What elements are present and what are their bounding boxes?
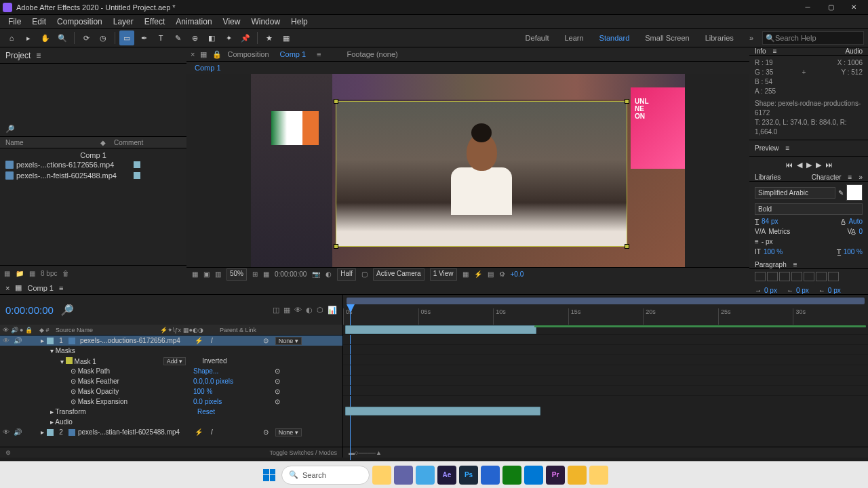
project-folder-icon[interactable]: 📁 (16, 270, 24, 277)
camera-dropdown[interactable]: Active Camera (373, 268, 425, 281)
zoom-dropdown[interactable]: 50% (226, 268, 247, 281)
workspace-default[interactable]: Default (519, 34, 556, 42)
draft3d-icon[interactable]: ▦ (283, 306, 290, 314)
flowchart-icon[interactable]: ⚙ (499, 270, 505, 278)
menu-file[interactable]: File (3, 16, 26, 28)
next-frame-icon[interactable]: ▶ (816, 161, 821, 169)
menu-composition[interactable]: Composition (52, 16, 108, 28)
timeline-timecode[interactable]: 0:00:00:00 (5, 304, 54, 316)
align-right-icon[interactable] (779, 272, 790, 281)
fill-toggle[interactable]: ★ (262, 30, 277, 45)
timeline-row[interactable]: 👁🔊▸2pexels-...stian-feistl-6025488.mp4⚡/… (0, 427, 342, 437)
puppet-tool[interactable]: 📌 (238, 30, 253, 45)
timeline-search[interactable]: 🔎 (60, 304, 74, 317)
taskbar-app-ae[interactable]: Ae (437, 466, 456, 485)
justify-all-icon[interactable] (828, 272, 839, 281)
play-icon[interactable]: ▶ (806, 161, 812, 169)
taskbar-app-chrome[interactable] (568, 466, 587, 485)
layer-bar[interactable] (345, 325, 536, 334)
comp-menu-icon[interactable]: ≡ (317, 50, 321, 58)
taskbar-app-todo[interactable] (481, 466, 500, 485)
fill-color-swatch[interactable] (846, 184, 863, 201)
trash-icon[interactable]: 🗑 (62, 270, 69, 277)
pixel-icon[interactable]: ▦ (462, 270, 469, 278)
justify-center-icon[interactable] (804, 272, 814, 281)
clone-tool[interactable]: ⊕ (187, 30, 202, 45)
viewer-timecode[interactable]: 0:00:00:00 (275, 270, 307, 278)
menu-animation[interactable]: Animation (170, 16, 217, 28)
shy-icon[interactable]: 👁 (294, 306, 302, 314)
taskbar-app-pr[interactable]: Pr (546, 466, 565, 485)
prev-frame-icon[interactable]: ◀ (797, 161, 802, 169)
comp-tab-active[interactable]: Comp 1 (275, 48, 312, 60)
info-tab[interactable]: Info (755, 47, 766, 55)
comp-lock-icon[interactable]: 🔒 (212, 50, 222, 59)
taskbar-app-xbox[interactable] (502, 466, 521, 485)
rotate-tool[interactable]: ◷ (96, 30, 111, 45)
taskbar-app-teams[interactable] (394, 466, 413, 485)
rectangle-tool[interactable]: ▭ (119, 30, 134, 45)
exposure-value[interactable]: +0.0 (511, 270, 524, 278)
timeline-row[interactable]: ▾ Masks (0, 346, 342, 356)
toggle-switches[interactable]: Toggle Switches / Modes (269, 449, 337, 456)
project-tab[interactable]: Project (5, 51, 31, 60)
snapshot-icon[interactable]: 📷 (312, 270, 320, 278)
col-label-icon[interactable]: ◆ (100, 139, 114, 146)
timeline-row[interactable]: ▾ Mask 1Add ▾Inverted (0, 356, 342, 366)
help-search[interactable]: 🔍 Search Help (762, 31, 864, 45)
workspace-small[interactable]: Small Screen (638, 34, 696, 42)
orbit-tool[interactable]: ⟳ (79, 30, 94, 45)
taskbar-app-explorer[interactable] (372, 466, 391, 485)
project-bpc[interactable]: 8 bpc (41, 270, 57, 277)
font-style-dropdown[interactable]: Bold (755, 203, 863, 215)
project-comp-icon[interactable]: ▦ (29, 270, 35, 277)
menu-view[interactable]: View (218, 16, 246, 28)
taskbar-search[interactable]: 🔍 Search (281, 466, 370, 485)
hand-tool[interactable]: ✋ (38, 30, 53, 45)
mask-handle[interactable] (334, 244, 338, 249)
project-item[interactable]: pexels-...n-feistl-6025488.mp4 (0, 170, 186, 181)
mask-boundary[interactable] (336, 101, 627, 247)
menu-effect[interactable]: Effect (139, 16, 170, 28)
roi-icon[interactable]: ▢ (361, 270, 368, 278)
workspace-learn[interactable]: Learn (557, 34, 590, 42)
composition-viewer[interactable]: UNLNEON (186, 74, 749, 267)
character-tab[interactable]: Character (812, 174, 842, 181)
timeline-row[interactable]: ⊙ Mask Expansion0.0 pixels⊙ (0, 396, 342, 407)
project-item[interactable]: Comp 1 (0, 148, 186, 159)
render-queue-icon[interactable]: × (5, 284, 9, 292)
home-icon[interactable]: ⌂ (4, 30, 19, 45)
footage-tab[interactable]: Footage (none) (347, 50, 398, 58)
paragraph-tab[interactable]: Paragraph (755, 261, 787, 268)
tl-filter-icon[interactable]: ⚙ (5, 449, 11, 456)
graph-editor-icon[interactable]: 📊 (328, 306, 337, 314)
motion-blur-icon[interactable]: ⬡ (317, 306, 323, 314)
work-area-bar[interactable] (347, 298, 865, 304)
last-frame-icon[interactable]: ⏭ (825, 161, 833, 169)
timeline-row[interactable]: ▸ TransformReset (0, 407, 342, 417)
preview-tab[interactable]: Preview (755, 144, 779, 152)
align-left-icon[interactable] (755, 272, 766, 281)
taskbar-app-folder[interactable] (589, 466, 608, 485)
menu-window[interactable]: Window (245, 16, 285, 28)
menu-edit[interactable]: Edit (26, 16, 52, 28)
taskbar-app-edge[interactable] (524, 466, 543, 485)
timeline-row[interactable]: ⊙ Mask PathShape...⊙ (0, 366, 342, 376)
libraries-tab[interactable]: Libraries (755, 174, 781, 181)
mask-handle[interactable] (625, 99, 629, 104)
audio-tab[interactable]: Audio (845, 47, 863, 55)
workspace-standard[interactable]: Standard (593, 34, 637, 42)
col-name[interactable]: Name (5, 139, 100, 146)
eyedropper-icon[interactable]: ✎ (838, 189, 844, 197)
roto-tool[interactable]: ✦ (221, 30, 236, 45)
col-parent[interactable]: Parent & Link (220, 327, 340, 333)
taskbar-app-files[interactable] (416, 466, 435, 485)
fast-preview-icon[interactable]: ⚡ (474, 270, 482, 278)
res-icon[interactable]: ▥ (215, 270, 221, 278)
type-tool[interactable]: T (153, 30, 168, 45)
project-search[interactable]: 🔎 (0, 121, 186, 136)
start-button[interactable] (260, 466, 279, 485)
comp-close-icon[interactable]: × (191, 50, 195, 58)
timeline-row[interactable]: 👁🔊▸1pexels-...oductions-6172656.mp4⚡/⊙No… (0, 336, 342, 346)
font-family-dropdown[interactable]: Simplified Arabic (755, 187, 835, 199)
